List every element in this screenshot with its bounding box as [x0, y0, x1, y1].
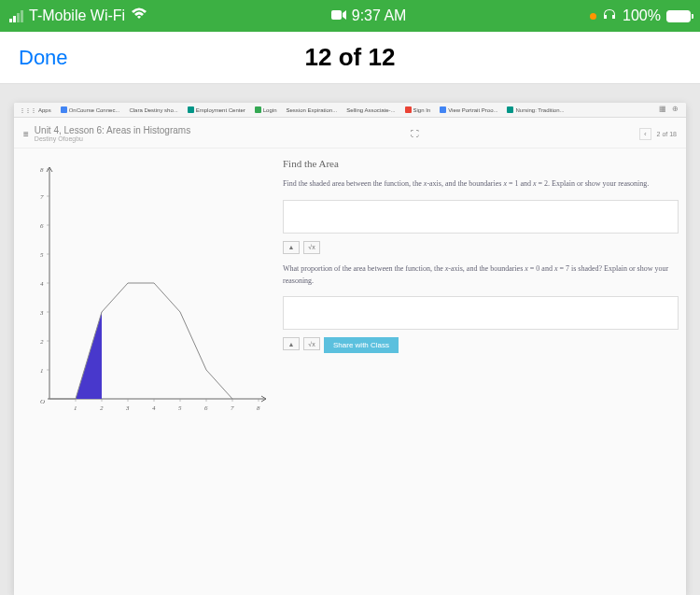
image-tool-icon[interactable]: ▲ [283, 337, 300, 350]
svg-text:O: O [40, 398, 45, 405]
progress-label: 2 of 18 [657, 131, 677, 137]
carrier-label: T-Mobile Wi-Fi [29, 7, 125, 24]
bookmark-item[interactable]: View Portrait Proo... [440, 106, 497, 113]
bookmark-item[interactable]: OnCourse Connec... [61, 106, 120, 113]
bookmarks-bar: ⋮⋮⋮ Apps OnCourse Connec... Clara Destin… [14, 103, 686, 118]
svg-text:1: 1 [40, 367, 44, 375]
battery-label: 100% [623, 7, 661, 24]
svg-text:4: 4 [40, 280, 44, 288]
lesson-header: ≡ Unit 4, Lesson 6: Areas in Histograms … [14, 118, 686, 149]
main-content: 1 2 3 4 5 6 7 8 1 2 3 [14, 149, 686, 442]
svg-text:7: 7 [231, 404, 234, 412]
histogram-chart: 1 2 3 4 5 6 7 8 1 2 3 [21, 158, 273, 429]
svg-text:5: 5 [178, 404, 182, 412]
toolbar-2: ▲ √x Share with Class [283, 337, 679, 353]
screenshot-content: ▦ ⊕ ⋮⋮⋮ Apps OnCourse Connec... Clara De… [14, 103, 686, 595]
svg-text:2: 2 [100, 404, 104, 412]
bookmark-item[interactable]: Employment Center [188, 106, 245, 113]
svg-rect-0 [331, 10, 342, 20]
bookmark-item[interactable]: Session Expiration... [286, 107, 337, 113]
questions-panel: Find the Area Find the shaded area betwe… [283, 158, 679, 432]
chart-container: 1 2 3 4 5 6 7 8 1 2 3 [21, 158, 273, 432]
time-label: 9:37 AM [352, 7, 407, 24]
svg-text:6: 6 [204, 404, 208, 412]
image-tool-icon[interactable]: ▲ [283, 241, 300, 254]
question-2: What proportion of the area between the … [283, 263, 679, 288]
signal-icon [9, 10, 23, 22]
battery-icon [666, 10, 691, 22]
prev-button[interactable]: ‹ [639, 128, 651, 140]
bookmark-item[interactable]: Login [255, 106, 277, 113]
svg-text:4: 4 [152, 404, 156, 412]
recording-indicator-icon [590, 13, 596, 20]
wifi-icon [131, 7, 147, 24]
page-indicator: 12 of 12 [305, 43, 396, 72]
expand-icon[interactable]: ⛶ [411, 129, 419, 138]
svg-text:6: 6 [40, 222, 44, 230]
nav-bar: Done 12 of 12 [0, 32, 700, 84]
function-curve [49, 283, 232, 399]
bookmark-item[interactable]: Sign In [405, 106, 431, 113]
camera-icon [331, 7, 346, 24]
share-button[interactable]: Share with Class [324, 337, 399, 353]
svg-text:8: 8 [257, 404, 260, 412]
answer-input-1[interactable] [283, 200, 679, 234]
math-tool-icon[interactable]: √x [303, 337, 320, 350]
svg-text:7: 7 [40, 193, 44, 201]
qr-icon[interactable]: ▦ [659, 105, 666, 113]
status-bar: T-Mobile Wi-Fi 9:37 AM 100% [0, 0, 700, 32]
headphone-icon [602, 7, 617, 24]
math-tool-icon[interactable]: √x [303, 241, 320, 254]
bookmark-item[interactable]: Selling Associate-... [346, 107, 395, 113]
status-center: 9:37 AM [331, 7, 407, 24]
svg-text:2: 2 [40, 338, 44, 346]
y-ticks: 1 2 3 4 5 6 7 8 [39, 166, 49, 375]
section-heading: Find the Area [283, 158, 679, 169]
search-icon[interactable]: ⊕ [672, 105, 679, 113]
top-icons: ▦ ⊕ [659, 105, 679, 113]
status-left: T-Mobile Wi-Fi [9, 7, 147, 24]
question-1: Find the shaded area between the functio… [283, 178, 679, 191]
x-ticks: 1 2 3 4 5 6 7 8 [74, 399, 260, 412]
status-right: 100% [590, 7, 691, 24]
apps-bookmark[interactable]: ⋮⋮⋮ Apps [20, 106, 51, 113]
answer-input-2[interactable] [283, 296, 679, 330]
svg-text:3: 3 [125, 404, 130, 412]
svg-text:8: 8 [40, 166, 44, 174]
lesson-title: Unit 4, Lesson 6: Areas in Histograms [35, 125, 190, 135]
photo-viewer[interactable]: ▦ ⊕ ⋮⋮⋮ Apps OnCourse Connec... Clara De… [0, 84, 700, 595]
done-button[interactable]: Done [19, 46, 68, 70]
svg-text:5: 5 [40, 251, 44, 259]
bookmark-item[interactable]: Clara Destiny sho... [129, 107, 177, 113]
toolbar-1: ▲ √x [283, 241, 679, 254]
menu-icon[interactable]: ≡ [23, 129, 29, 139]
svg-text:3: 3 [39, 309, 44, 317]
svg-text:1: 1 [74, 404, 77, 412]
bookmark-item[interactable]: Nursing: Tradition... [507, 106, 564, 113]
student-name: Destiny Ofoegbu [35, 135, 190, 142]
